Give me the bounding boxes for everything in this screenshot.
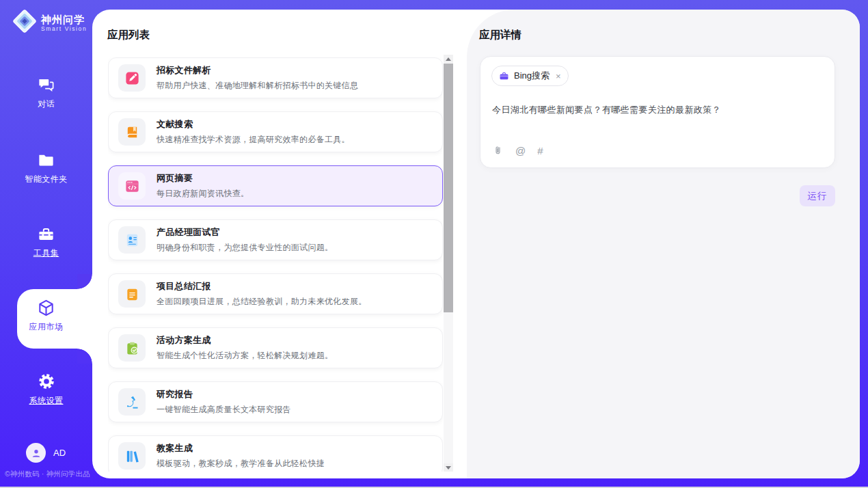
app-card-title: 项目总结汇报 (157, 280, 367, 293)
composer-toolbar: @ # (492, 145, 543, 157)
app-card[interactable]: 活动方案生成智能生成个性化活动方案，轻松解决规划难题。 (108, 327, 443, 368)
app-card-title: 招标文件解析 (157, 64, 358, 77)
app-card[interactable]: 招标文件解析帮助用户快速、准确地理解和解析招标书中的关键信息 (108, 57, 443, 98)
book-icon (118, 118, 146, 146)
sidebar-item-chat[interactable]: 对话 (0, 75, 92, 110)
app-card-description: 智能生成个性化活动方案，轻松解决规划难题。 (157, 350, 333, 362)
microscope-icon (118, 388, 146, 416)
question-input[interactable]: 今日湖北有哪些新闻要点？有哪些需要关注的最新政策？ (492, 104, 821, 116)
cube-icon (36, 298, 56, 317)
app-card[interactable]: 产品经理面试官明确身份和职责，为您提供专业性的面试问题。 (108, 219, 443, 260)
copyright-text: ©神州数码 · 神州问学出品 (5, 470, 90, 479)
app-card[interactable]: 教案生成模板驱动，教案秒成，教学准备从此轻松快捷 (108, 435, 443, 472)
resume-icon (118, 226, 146, 254)
app-card-description: 帮助用户快速、准确地理解和解析招标书中的关键信息 (157, 80, 358, 92)
browser-icon (118, 172, 146, 200)
edit-square-icon (118, 64, 146, 92)
triangle-up-icon (446, 57, 451, 61)
app-card-description: 模板驱动，教案秒成，教学准备从此轻松快捷 (157, 458, 325, 470)
tool-chip[interactable]: Bing搜索 × (491, 66, 569, 86)
scroll-down-button[interactable] (444, 463, 453, 472)
chat-icon (37, 75, 55, 94)
chip-close-icon[interactable]: × (556, 72, 561, 81)
brand-subtitle: Smart Vision (41, 25, 87, 32)
app-card[interactable]: 项目总结汇报全面回顾项目进展，总结经验教训，助力未来优化发展。 (108, 273, 443, 314)
composer-card: Bing搜索 × 今日湖北有哪些新闻要点？有哪些需要关注的最新政策？ @ # (480, 56, 835, 168)
sidebar-item-label: 工具集 (33, 247, 59, 259)
app-card[interactable]: 文献搜索快速精准查找学术资源，提高研究效率的必备工具。 (108, 111, 443, 152)
sidebar-item-label: 对话 (38, 98, 55, 110)
app-card-title: 网页摘要 (157, 172, 249, 185)
app-card-title: 产品经理面试官 (157, 226, 333, 239)
app-detail-title: 应用详情 (479, 28, 521, 42)
clipboard-icon (118, 334, 146, 362)
sidebar-item-label: 智能文件夹 (25, 174, 68, 185)
gear-icon (37, 372, 56, 391)
app-card-title: 研究报告 (157, 388, 291, 401)
sidebar-item-label: 系统设置 (29, 395, 64, 407)
paperclip-icon[interactable] (492, 145, 504, 157)
app-card-description: 一键智能生成高质量长文本研究报告 (157, 404, 291, 416)
sidebar-item-label: 应用市场 (29, 321, 64, 333)
scrollbar-thumb[interactable] (444, 64, 453, 312)
app-window: 神州问学 Smart Vision 对话智能文件夹工具集应用市场系统设置 AD … (0, 0, 868, 488)
brand: 神州问学 Smart Vision (12, 8, 87, 37)
toolbox-icon (37, 224, 55, 243)
scrollbar[interactable] (444, 55, 453, 472)
app-card-description: 每日政府新闻资讯快查。 (157, 188, 249, 200)
sidebar-item-app-market[interactable]: 应用市场 (0, 298, 92, 333)
books-icon (118, 442, 146, 470)
app-list-title: 应用列表 (107, 28, 150, 42)
app-card-title: 文献搜索 (157, 118, 350, 131)
app-list: 招标文件解析帮助用户快速、准确地理解和解析招标书中的关键信息文献搜索快速精准查找… (108, 57, 443, 472)
run-button[interactable]: 运行 (800, 185, 835, 206)
tool-chip-label: Bing搜索 (514, 70, 550, 82)
app-card-title: 教案生成 (157, 442, 325, 455)
avatar (26, 443, 46, 463)
user-row[interactable]: AD (26, 443, 66, 463)
app-card-title: 活动方案生成 (157, 334, 333, 347)
app-card[interactable]: 网页摘要每日政府新闻资讯快查。 (108, 165, 443, 206)
briefcase-icon (499, 71, 509, 81)
hash-icon[interactable]: # (537, 145, 543, 157)
scroll-up-button[interactable] (444, 55, 453, 63)
app-card-description: 快速精准查找学术资源，提高研究效率的必备工具。 (157, 134, 350, 146)
triangle-down-icon (446, 466, 451, 470)
sidebar: 神州问学 Smart Vision 对话智能文件夹工具集应用市场系统设置 AD … (0, 0, 92, 488)
app-detail-panel: 应用详情 Bing搜索 × 今日湖北有哪些新闻要点？有哪些需要关注的最新政策？ (467, 10, 860, 478)
app-card-description: 明确身份和职责，为您提供专业性的面试问题。 (157, 242, 333, 254)
brand-title: 神州问学 (41, 14, 87, 25)
mention-icon[interactable]: @ (515, 145, 526, 157)
folder-icon (37, 150, 55, 170)
sidebar-item-toolset[interactable]: 工具集 (0, 224, 92, 259)
app-card[interactable]: 研究报告一键智能生成高质量长文本研究报告 (108, 381, 443, 422)
sidebar-item-smart-folder[interactable]: 智能文件夹 (0, 150, 92, 185)
notepad-icon (118, 280, 146, 308)
user-label: AD (53, 448, 66, 458)
app-card-description: 全面回顾项目进展，总结经验教训，助力未来优化发展。 (157, 296, 367, 308)
brand-logo-icon (12, 8, 38, 37)
main-content: 应用列表 招标文件解析帮助用户快速、准确地理解和解析招标书中的关键信息文献搜索快… (92, 10, 860, 478)
sidebar-item-system-settings[interactable]: 系统设置 (0, 372, 92, 407)
